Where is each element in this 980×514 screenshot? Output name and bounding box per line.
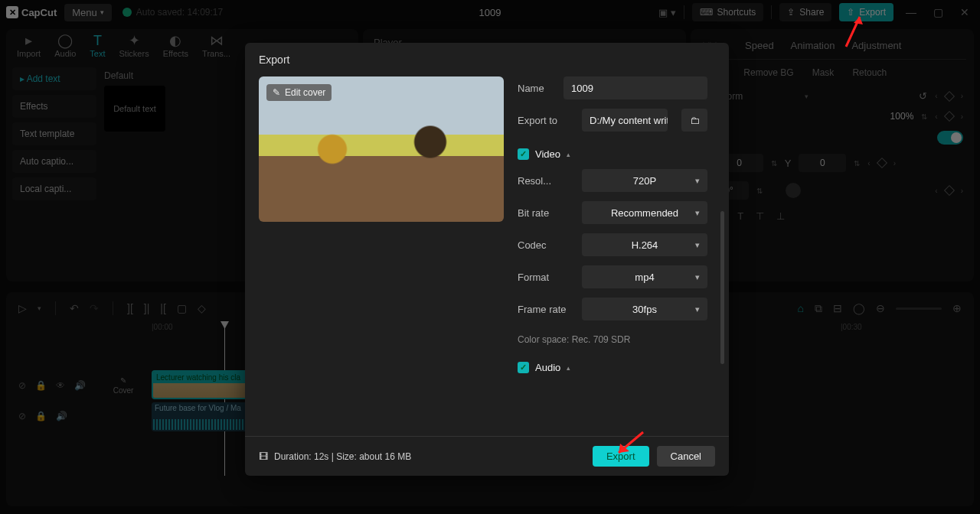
- format-label: Format: [518, 272, 573, 283]
- export-confirm-button[interactable]: Export: [593, 446, 649, 467]
- name-label: Name: [518, 83, 554, 94]
- folder-icon: 🗀: [690, 115, 700, 126]
- export-path: D:/My content writin...: [582, 109, 668, 132]
- footer-info: 🎞 Duration: 12s | Size: about 16 MB: [259, 451, 411, 462]
- fps-label: Frame rate: [518, 304, 573, 315]
- resolution-label: Resol...: [518, 175, 573, 187]
- format-select[interactable]: mp4: [582, 265, 707, 288]
- name-input[interactable]: [564, 76, 707, 99]
- chevron-up-icon: ▴: [567, 364, 570, 372]
- bitrate-label: Bit rate: [518, 207, 573, 219]
- browse-folder-button[interactable]: 🗀: [681, 109, 707, 132]
- audio-section-label: Audio: [535, 362, 560, 373]
- name-row: Name: [518, 76, 707, 99]
- video-section-label: Video: [535, 148, 560, 160]
- checkbox-icon[interactable]: ✓: [518, 362, 529, 373]
- codec-select[interactable]: H.264: [582, 233, 707, 256]
- video-preview: ✎ Edit cover: [259, 76, 504, 222]
- bitrate-select[interactable]: Recommended: [582, 201, 707, 224]
- cancel-button[interactable]: Cancel: [657, 446, 715, 467]
- export-form: Name Export to D:/My content writin... 🗀…: [518, 76, 715, 433]
- checkbox-icon[interactable]: ✓: [518, 148, 529, 160]
- fps-select[interactable]: 30fps: [582, 298, 707, 320]
- codec-label: Codec: [518, 239, 573, 251]
- film-icon: 🎞: [259, 451, 268, 462]
- dialog-footer: 🎞 Duration: 12s | Size: about 16 MB Expo…: [245, 436, 729, 476]
- resolution-select[interactable]: 720P: [582, 169, 707, 192]
- dialog-title: Export: [245, 43, 729, 73]
- dialog-body: ✎ Edit cover Name Export to D:/My conten…: [245, 73, 729, 436]
- chevron-up-icon: ▴: [567, 151, 570, 158]
- pencil-icon: ✎: [273, 87, 280, 98]
- form-scrollbar[interactable]: [720, 211, 724, 364]
- video-section-header[interactable]: ✓ Video ▴: [518, 148, 707, 160]
- export-to-row: Export to D:/My content writin... 🗀: [518, 109, 707, 132]
- color-space-info: Color space: Rec. 709 SDR: [518, 334, 707, 345]
- export-dialog: Export ✎ Edit cover Name Export to D:/My…: [245, 43, 729, 476]
- edit-cover-button[interactable]: ✎ Edit cover: [266, 84, 332, 101]
- export-to-label: Export to: [518, 115, 573, 126]
- audio-section-header[interactable]: ✓ Audio ▴: [518, 362, 707, 373]
